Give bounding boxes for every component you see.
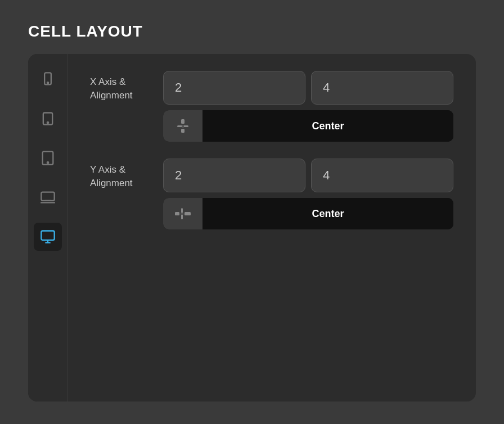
x-axis-alignment-label[interactable]: Center [202, 110, 453, 142]
page-title: CELL LAYOUT [28, 22, 476, 40]
sidebar-item-small-tablet[interactable] [34, 105, 62, 133]
x-axis-label: X Axis &Alignment [90, 71, 152, 102]
svg-rect-7 [41, 231, 54, 240]
y-axis-value1[interactable]: 2 [163, 159, 305, 192]
sidebar [28, 54, 68, 402]
sidebar-item-desktop[interactable] [34, 223, 62, 251]
sidebar-item-tablet[interactable] [34, 144, 62, 172]
svg-rect-6 [41, 192, 54, 201]
svg-rect-10 [181, 129, 184, 133]
phone-icon [40, 71, 56, 87]
svg-rect-8 [181, 119, 184, 124]
svg-point-1 [47, 82, 48, 83]
svg-rect-11 [182, 125, 184, 128]
y-axis-section: Y Axis &Alignment 2 4 [90, 159, 453, 229]
y-axis-value2[interactable]: 4 [311, 159, 453, 192]
y-axis-align-icon [173, 205, 192, 222]
x-axis-alignment-row: Center [163, 110, 453, 142]
laptop-icon [40, 190, 56, 205]
y-axis-alignment-label[interactable]: Center [202, 198, 453, 229]
svg-point-5 [47, 162, 48, 163]
x-axis-number-row: 2 4 [163, 71, 453, 105]
sidebar-item-phone[interactable] [34, 65, 62, 93]
y-axis-controls: 2 4 [163, 159, 453, 229]
svg-rect-12 [175, 212, 179, 215]
y-axis-number-row: 2 4 [163, 159, 453, 192]
y-axis-align-icon-box[interactable] [163, 198, 202, 229]
svg-rect-15 [181, 213, 183, 215]
svg-point-3 [47, 122, 48, 123]
sidebar-item-laptop[interactable] [34, 183, 62, 211]
x-axis-align-icon-box[interactable] [163, 110, 202, 142]
main-panel: X Axis &Alignment 2 4 [28, 54, 476, 402]
y-axis-alignment-row: Center [163, 198, 453, 229]
x-axis-value1[interactable]: 2 [163, 71, 305, 105]
small-tablet-icon [40, 111, 56, 127]
y-axis-label: Y Axis &Alignment [90, 159, 152, 190]
svg-rect-14 [184, 212, 191, 215]
x-axis-value2[interactable]: 4 [311, 71, 453, 105]
tablet-icon [40, 150, 56, 166]
desktop-icon [40, 229, 56, 245]
content-area: X Axis &Alignment 2 4 [68, 54, 476, 402]
x-axis-section: X Axis &Alignment 2 4 [90, 71, 453, 142]
x-axis-align-icon [174, 118, 191, 134]
x-axis-controls: 2 4 [163, 71, 453, 142]
